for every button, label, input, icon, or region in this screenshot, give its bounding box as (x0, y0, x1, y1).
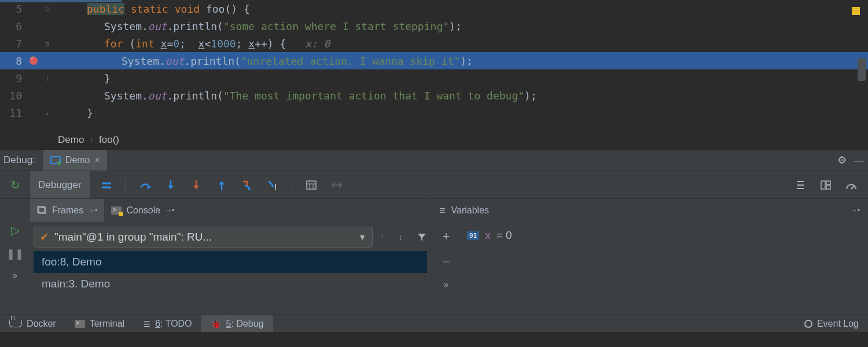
fold-toggle-icon[interactable]: ⊟ (46, 40, 50, 47)
docker-icon (9, 320, 22, 327)
resume-icon[interactable]: ▷ (11, 223, 20, 237)
chevron-right-icon: › (90, 134, 93, 146)
docker-tool-window-button[interactable]: Docker (0, 315, 65, 332)
code-line-6[interactable]: 6 System.out.println("some action where … (0, 17, 868, 35)
frames-tab[interactable]: Frames →• (30, 199, 104, 222)
frame-item[interactable]: main:3. Demo (34, 273, 427, 295)
todo-label: 6: TODO (155, 319, 192, 329)
variable-value: = 0 (496, 229, 512, 242)
terminal-label: Terminal (90, 319, 124, 329)
debug-label: 5: Debug (226, 319, 264, 329)
analysis-status-icon[interactable] (852, 7, 860, 15)
svg-rect-16 (826, 186, 830, 189)
drop-frame-icon[interactable] (241, 179, 253, 191)
code-text: System.out.println("The most important a… (54, 90, 868, 102)
memory-view-icon[interactable] (845, 179, 858, 191)
code-line-9[interactable]: 9 ⊥ } (0, 69, 868, 87)
line-number[interactable]: 8 (0, 55, 27, 67)
docker-label: Docker (27, 319, 56, 329)
svg-rect-15 (826, 181, 830, 184)
line-number[interactable]: 6 (0, 20, 27, 32)
prev-frame-icon[interactable]: ↑ (380, 232, 384, 242)
frames-label: Frames (52, 205, 83, 216)
line-number[interactable]: 11 (0, 107, 27, 119)
breadcrumb-class[interactable]: Demo (58, 134, 84, 146)
thread-name: "main"@1 in group "main": RU... (54, 231, 352, 243)
minimize-icon[interactable]: — (851, 154, 868, 167)
expand-icon[interactable]: » (13, 271, 17, 280)
expand-icon[interactable]: » (444, 280, 448, 289)
thread-selector[interactable]: ✔ "main"@1 in group "main": RU... ▼ (34, 227, 373, 248)
svg-rect-7 (307, 181, 316, 189)
debug-tool-window-button[interactable]: 🐞 5: Debug (201, 315, 273, 332)
terminal-tool-window-button[interactable]: Terminal (65, 315, 134, 332)
panels-header: Frames →• Console →• ≡ Variables →• (0, 199, 868, 222)
rerun-icon[interactable]: ↻ (10, 178, 20, 192)
line-number[interactable]: 7 (0, 38, 27, 50)
debugger-tab-label: Debugger (38, 179, 82, 191)
breadcrumb[interactable]: Demo › foo() (0, 131, 868, 149)
pin-icon[interactable]: →• (851, 206, 868, 215)
code-text: public static void foo() { (54, 3, 868, 15)
status-bar: Docker Terminal ≣ 6: TODO 🐞 5: Debug Eve… (0, 315, 868, 332)
event-log-label: Event Log (817, 319, 859, 329)
run-to-cursor-icon[interactable] (266, 179, 279, 191)
code-line-5[interactable]: 5 ⊟ public static void foo() { (0, 0, 868, 17)
console-icon (111, 206, 122, 215)
gear-icon[interactable]: ⚙ (833, 154, 851, 167)
variables-pane[interactable]: 01 x = 0 (461, 222, 868, 315)
line-number[interactable]: 10 (0, 90, 27, 102)
step-over-icon[interactable] (139, 179, 152, 191)
debugger-tab[interactable]: Debugger (30, 171, 90, 198)
code-line-10[interactable]: 10 System.out.println("The most importan… (0, 87, 868, 104)
code-line-7[interactable]: 7 ⊟ for (int x=0; x<1000; x++) { x: 0 (0, 35, 868, 52)
chevron-down-icon[interactable]: ▼ (358, 232, 366, 242)
variables-icon: ≡ (439, 205, 446, 217)
pin-icon[interactable]: →• (88, 206, 97, 215)
layout-settings-icon[interactable] (794, 179, 807, 191)
fold-toggle-icon[interactable]: ⊟ (46, 5, 50, 13)
editor-scrollbar-thumb[interactable] (858, 58, 866, 81)
variable-row[interactable]: 01 x = 0 (467, 229, 862, 242)
debug-label: Debug: (0, 154, 43, 166)
frame-item[interactable]: foo:8, Demo (34, 251, 427, 273)
debug-tool-window-header: Debug: Demo × ⚙ — (0, 149, 868, 171)
fold-end-icon[interactable]: ⊥ (46, 109, 50, 117)
selection-marker (0, 0, 122, 2)
code-line-8-current[interactable]: 8 System.out.println("unrelated action. … (0, 52, 868, 69)
variables-label: Variables (451, 205, 490, 216)
pause-icon[interactable]: ❚❚ (6, 248, 24, 260)
restore-layout-icon[interactable] (819, 179, 832, 191)
frame-list: foo:8, Demo main:3. Demo (34, 251, 427, 295)
event-log-button[interactable]: Event Log (795, 315, 868, 332)
code-text: } (54, 107, 868, 119)
evaluate-expression-icon[interactable] (305, 179, 318, 191)
remove-watch-icon[interactable]: − (443, 254, 450, 270)
list-icon: ≣ (143, 318, 150, 329)
run-config-tab[interactable]: Demo × (43, 150, 107, 171)
code-editor[interactable]: 5 ⊟ public static void foo() { 6 System.… (0, 0, 868, 131)
line-number[interactable]: 5 (0, 3, 27, 15)
breadcrumb-method[interactable]: foo() (99, 134, 119, 146)
pin-icon[interactable]: →• (165, 206, 174, 215)
svg-rect-14 (821, 181, 825, 189)
fold-end-icon[interactable]: ⊥ (46, 75, 50, 82)
show-execution-point-icon[interactable] (100, 179, 113, 191)
breakpoint-icon[interactable] (30, 57, 38, 65)
primitive-badge-icon: 01 (467, 231, 479, 240)
code-text: System.out.println("some action where I … (54, 20, 868, 32)
next-frame-icon[interactable]: ↓ (398, 232, 403, 242)
run-config-name: Demo (65, 155, 90, 165)
filter-icon[interactable] (417, 232, 427, 242)
force-step-into-icon[interactable] (190, 179, 203, 191)
line-number[interactable]: 9 (0, 72, 27, 84)
code-text: System.out.println("unrelated action. I … (54, 55, 868, 67)
step-into-icon[interactable] (164, 179, 177, 191)
close-icon[interactable]: × (95, 155, 100, 165)
step-out-icon[interactable] (215, 179, 228, 191)
new-watch-icon[interactable]: + (443, 229, 450, 244)
todo-tool-window-button[interactable]: ≣ 6: TODO (134, 315, 201, 332)
console-label: Console (126, 205, 160, 216)
console-tab[interactable]: Console →• (104, 199, 181, 222)
code-line-11[interactable]: 11 ⊥ } (0, 104, 868, 121)
